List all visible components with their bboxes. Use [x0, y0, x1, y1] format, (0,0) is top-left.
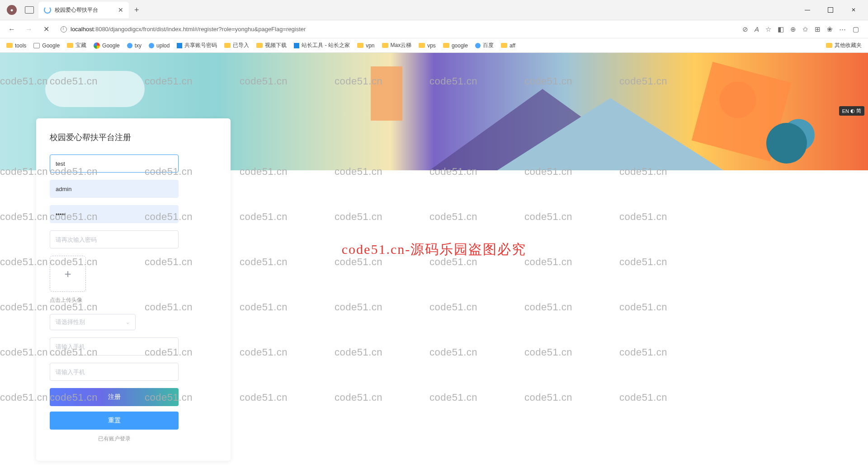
- chevron-down-icon: ⌄: [126, 319, 130, 325]
- watermark-small: code51.cn: [50, 256, 98, 268]
- address-bar: ← → ✕ localhost:8080/djangodigcx/front/d…: [0, 20, 868, 38]
- confirm-password-input[interactable]: [50, 230, 179, 248]
- watermark-small: code51.cn: [335, 301, 382, 313]
- bookmark-item[interactable]: 已导入: [224, 42, 249, 49]
- watermark-small: code51.cn: [524, 256, 572, 268]
- watermark-small: code51.cn: [335, 211, 382, 223]
- favorite-icon[interactable]: ☆: [765, 25, 771, 33]
- account-input[interactable]: [50, 180, 179, 198]
- watermark-small: code51.cn: [619, 211, 667, 223]
- watermark-small: code51.cn: [429, 75, 477, 87]
- watermark-small: code51.cn: [429, 301, 477, 313]
- bookmark-item[interactable]: google: [443, 42, 468, 49]
- split-icon[interactable]: ◧: [778, 25, 784, 33]
- watermark-small: code51.cn: [0, 392, 48, 403]
- bookmark-item[interactable]: tools: [6, 42, 26, 49]
- phone-input-2[interactable]: [50, 363, 179, 381]
- bookmark-item[interactable]: 百度: [475, 42, 494, 49]
- login-link[interactable]: 已有账户登录: [50, 435, 179, 443]
- profile-avatar-icon[interactable]: ●: [7, 5, 17, 15]
- watermark-small: code51.cn: [240, 392, 288, 403]
- watermark-small: code51.cn: [145, 75, 193, 87]
- watermark-small: code51.cn: [0, 256, 48, 268]
- watermark-small: code51.cn: [145, 166, 193, 178]
- globe-icon: ◐: [850, 108, 855, 114]
- bookmark-item[interactable]: 共享账号密码: [177, 42, 217, 49]
- watermark-small: code51.cn: [50, 166, 98, 178]
- read-aloud-icon[interactable]: A: [755, 25, 759, 33]
- bookmark-item[interactable]: uplod: [149, 42, 170, 49]
- watermark-small: code51.cn: [335, 392, 382, 403]
- watermark-small: code51.cn: [240, 166, 288, 178]
- watermark-small: code51.cn: [145, 392, 193, 403]
- url-text: localhost:8080/djangodigcx/front/dist/in…: [71, 26, 306, 33]
- watermark-small: code51.cn: [524, 301, 572, 313]
- tracking-icon[interactable]: ⊘: [742, 25, 748, 33]
- tab-close-icon[interactable]: ✕: [118, 6, 123, 14]
- other-bookmarks[interactable]: 其他收藏夹: [826, 42, 862, 49]
- minimize-button[interactable]: [797, 3, 817, 17]
- bookmark-item[interactable]: vps: [419, 42, 436, 49]
- watermark-small: code51.cn: [240, 301, 288, 313]
- bookmark-item[interactable]: 宝藏: [67, 42, 86, 49]
- forward-button[interactable]: →: [23, 23, 35, 36]
- watermark-small: code51.cn: [240, 346, 288, 358]
- watermark-small: code51.cn: [0, 301, 48, 313]
- menu-icon[interactable]: ⋯: [839, 25, 846, 33]
- svg-rect-5: [371, 66, 402, 121]
- collections-icon[interactable]: ⊕: [790, 25, 796, 33]
- close-window-button[interactable]: [843, 3, 863, 17]
- tab-favicon-icon: [44, 6, 51, 14]
- bookmark-item[interactable]: vpn: [357, 42, 374, 49]
- new-tab-button[interactable]: +: [134, 5, 139, 15]
- watermark-small: code51.cn: [524, 392, 572, 403]
- watermark-small: code51.cn: [50, 211, 98, 223]
- bookmark-item[interactable]: Max云梯: [382, 42, 412, 49]
- bookmark-item[interactable]: Google: [33, 42, 60, 49]
- watermark-small: code51.cn: [524, 211, 572, 223]
- watermark-small: code51.cn: [335, 166, 382, 178]
- watermark-small: code51.cn: [50, 301, 98, 313]
- watermark-small: code51.cn: [524, 75, 572, 87]
- extensions-icon[interactable]: ⊞: [815, 25, 821, 33]
- watermark-small: code51.cn: [335, 256, 382, 268]
- sidebar-toggle-icon[interactable]: ▢: [853, 25, 859, 33]
- site-info-icon[interactable]: [61, 26, 67, 33]
- watermark-small: code51.cn: [429, 392, 477, 403]
- browser-tab[interactable]: 校园爱心帮扶平台 ✕: [38, 2, 129, 18]
- stop-button[interactable]: ✕: [40, 23, 52, 36]
- gender-select[interactable]: 请选择性别⌄: [50, 314, 136, 330]
- tab-title: 校园爱心帮扶平台: [55, 6, 114, 14]
- watermark-small: code51.cn: [50, 346, 98, 358]
- bookmark-item[interactable]: txy: [127, 42, 142, 49]
- bookmark-item[interactable]: Google: [94, 42, 120, 49]
- watermark-small: code51.cn: [524, 346, 572, 358]
- taskview-icon[interactable]: [25, 6, 34, 14]
- watermark-small: code51.cn: [50, 392, 98, 403]
- watermark-small: code51.cn: [619, 256, 667, 268]
- watermark-small: code51.cn: [619, 301, 667, 313]
- favorites-bar-icon[interactable]: ✩: [802, 25, 808, 33]
- watermark-small: code51.cn: [429, 166, 477, 178]
- window-controls: [797, 3, 868, 17]
- ext2-icon[interactable]: ❀: [827, 25, 833, 33]
- bookmark-item[interactable]: 站长工具 - 站长之家: [294, 42, 350, 49]
- watermark-small: code51.cn: [429, 346, 477, 358]
- watermark-small: code51.cn: [524, 166, 572, 178]
- watermark-small: code51.cn: [50, 75, 98, 87]
- watermark-small: code51.cn: [335, 346, 382, 358]
- form-title: 校园爱心帮扶平台注册: [50, 132, 217, 143]
- svg-point-3: [766, 123, 807, 164]
- address-actions: ⊘ A ☆ ◧ ⊕ ✩ ⊞ ❀ ⋯ ▢: [742, 25, 863, 33]
- back-button[interactable]: ←: [5, 23, 18, 36]
- url-box[interactable]: localhost:8080/djangodigcx/front/dist/in…: [57, 24, 738, 34]
- watermark-small: code51.cn: [145, 211, 193, 223]
- reset-button[interactable]: 重置: [50, 412, 179, 430]
- bookmark-item[interactable]: 视频下载: [256, 42, 287, 49]
- bookmark-item[interactable]: aff: [501, 42, 515, 49]
- ime-indicator[interactable]: EN◐简: [839, 106, 864, 116]
- window-titlebar: ● 校园爱心帮扶平台 ✕ +: [0, 0, 868, 20]
- watermark-small: code51.cn: [429, 211, 477, 223]
- watermark-small: code51.cn: [0, 211, 48, 223]
- maximize-button[interactable]: [820, 3, 840, 17]
